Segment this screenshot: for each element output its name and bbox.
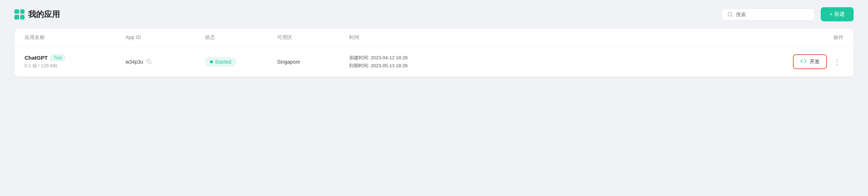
app-specs: 0.1 核 / 128 MB (25, 63, 126, 69)
status-cell: Started (205, 57, 277, 67)
status-text: Started (215, 59, 231, 65)
expiry-label: 到期时间: (349, 63, 369, 68)
region-value: Singapore (277, 59, 300, 65)
col-region: 可用区 (277, 34, 349, 41)
app-logo-icon (14, 9, 25, 20)
time-cell: 创建时间: 2023-04-12 18:26 到期时间: 2023-05-13 … (349, 55, 779, 69)
trial-badge: Trial (51, 55, 65, 61)
search-icon (727, 12, 733, 17)
copy-icon[interactable] (146, 59, 152, 65)
svg-rect-2 (148, 60, 151, 63)
expiry-value: 2023-05-13 18:26 (371, 63, 408, 68)
search-box[interactable] (721, 8, 815, 21)
app-name-cell: ChatGPT Trial 0.1 核 / 128 MB (25, 55, 126, 69)
header-right: + 新建 (721, 7, 854, 21)
created-label: 创建时间: (349, 55, 369, 60)
created-value: 2023-04-12 18:26 (371, 55, 408, 60)
dev-button[interactable]: 开发 (793, 54, 827, 69)
svg-line-1 (731, 16, 732, 17)
dev-button-label: 开发 (810, 59, 820, 65)
col-actions: 操作 (779, 34, 843, 41)
more-button[interactable]: ⋮ (830, 57, 843, 67)
actions-cell: 开发 ⋮ (779, 54, 843, 69)
status-dot (210, 60, 213, 63)
search-input[interactable] (736, 12, 809, 17)
app-table: 应用名称 App ID 状态 可用区 时间 操作 ChatGPT Trial 0… (14, 29, 854, 77)
page-header: 我的应用 + 新建 (14, 7, 854, 21)
code-icon (800, 58, 807, 65)
status-badge: Started (205, 57, 236, 67)
app-name-row: ChatGPT Trial (25, 55, 126, 61)
app-id-value: w34p3u (126, 59, 143, 65)
title-area: 我的应用 (14, 9, 60, 20)
new-button[interactable]: + 新建 (821, 7, 854, 21)
table-row: ChatGPT Trial 0.1 核 / 128 MB w34p3u Star… (14, 47, 854, 77)
table-header: 应用名称 App ID 状态 可用区 时间 操作 (14, 29, 854, 47)
col-app-id: App ID (126, 34, 205, 41)
col-status: 状态 (205, 34, 277, 41)
app-name: ChatGPT (25, 55, 48, 61)
region-cell: Singapore (277, 59, 349, 65)
created-time: 创建时间: 2023-04-12 18:26 (349, 55, 779, 61)
col-app-name: 应用名称 (25, 34, 126, 41)
app-id-cell: w34p3u (126, 59, 205, 65)
page-title: 我的应用 (28, 9, 60, 20)
expiry-time: 到期时间: 2023-05-13 18:26 (349, 63, 779, 69)
col-time: 时间 (349, 34, 779, 41)
